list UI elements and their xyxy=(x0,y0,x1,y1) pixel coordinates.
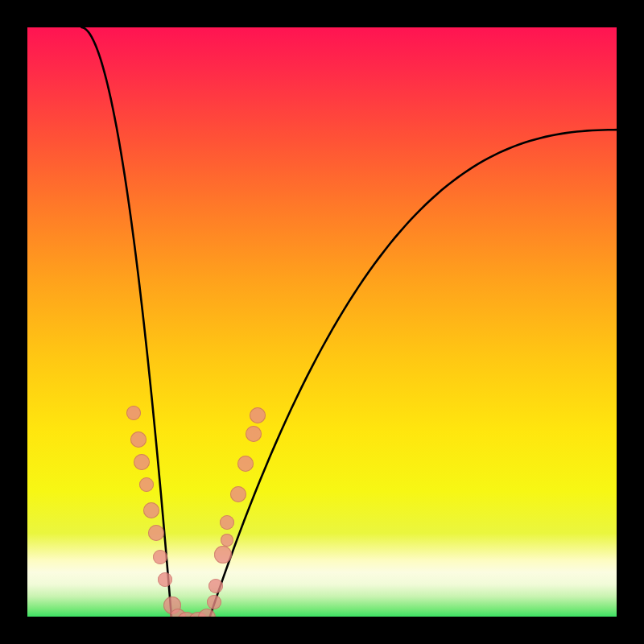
data-marker[interactable] xyxy=(221,534,233,547)
data-marker[interactable] xyxy=(158,572,172,587)
data-marker[interactable] xyxy=(139,477,154,492)
data-marker[interactable] xyxy=(143,502,159,518)
plot-area xyxy=(27,27,630,630)
data-marker[interactable] xyxy=(130,431,147,448)
data-marker[interactable] xyxy=(134,454,150,470)
data-marker[interactable] xyxy=(250,407,266,423)
data-marker[interactable] xyxy=(207,595,221,609)
frame-right xyxy=(617,0,644,644)
data-marker[interactable] xyxy=(208,579,223,593)
chart-container: TheBottleneck.com xyxy=(0,0,644,644)
data-marker[interactable] xyxy=(237,456,254,472)
data-marker[interactable] xyxy=(246,426,262,442)
frame-top xyxy=(0,0,644,27)
data-marker[interactable] xyxy=(220,515,234,530)
frame-left xyxy=(0,0,27,644)
data-marker[interactable] xyxy=(230,486,246,502)
data-marker[interactable] xyxy=(148,525,164,541)
data-marker[interactable] xyxy=(126,406,141,420)
data-marker[interactable] xyxy=(214,546,232,564)
frame-bottom xyxy=(0,617,644,644)
data-marker[interactable] xyxy=(153,550,167,564)
bottleneck-curves xyxy=(27,27,630,630)
